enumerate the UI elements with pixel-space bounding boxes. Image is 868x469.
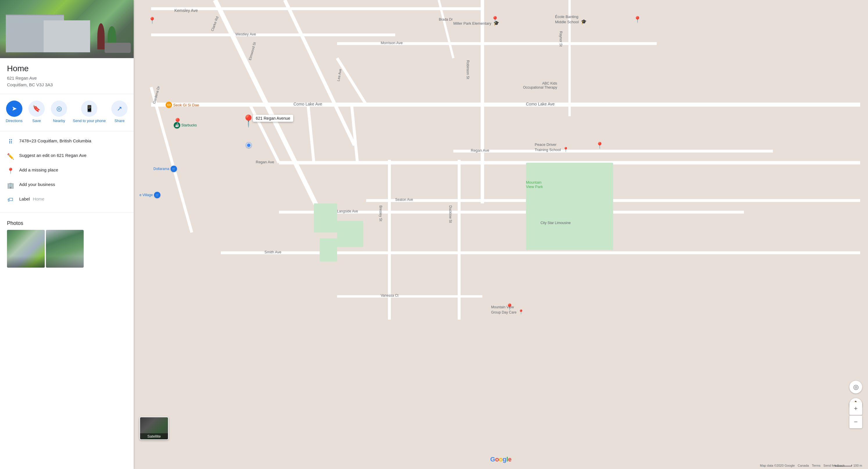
address-line1: 621 Regan Ave [7,75,127,82]
label-row[interactable]: 🏷 Label Home [0,192,134,207]
svg-rect-23 [526,163,613,250]
save-icon: 🔖 [33,105,40,113]
mountain-view-pin: 📍 [506,303,514,311]
share-icon-circle: ↗ [111,100,128,117]
zoom-in-button[interactable]: + [849,402,862,415]
place-info: Home 621 Regan Ave Coquitlam, BC V3J 3A3 [0,58,134,91]
photo-thumb-1[interactable] [7,230,45,268]
send-to-phone-icon-circle: 📱 [81,100,97,117]
satellite-label: Satellite [140,433,168,439]
scale-label: 100 m [853,464,862,467]
map-data-text: Map data ©2020 Google [760,464,795,467]
info-rows: ⠿ 7478+23 Coquitlam, British Columbia ✏️… [0,134,134,210]
add-missing-icon: 📍 [7,167,14,174]
share-icon: ↗ [117,105,122,113]
place-address: 621 Regan Ave Coquitlam, BC V3J 3A3 [7,75,127,88]
suggest-edit-icon: ✏️ [7,153,14,160]
label-text: Label Home [19,196,44,202]
share-label: Share [115,119,125,124]
map-pin-label: 621 Regan Avenue [253,115,293,122]
send-to-phone-button[interactable]: 📱 Send to your phone [73,100,106,124]
svg-rect-0 [134,0,868,469]
share-button[interactable]: ↗ Share [111,100,128,124]
save-button[interactable]: 🔖 Save [28,100,45,124]
left-panel: Home 621 Regan Ave Coquitlam, BC V3J 3A3… [0,0,134,469]
send-to-phone-label: Send to your phone [73,119,106,124]
ecole-banting-pin: 📍 [633,16,641,24]
other-pin-1: 📍 [148,17,156,24]
add-business-text: Add your business [19,181,55,187]
my-location-icon: ◎ [853,383,859,391]
nearby-icon: ◎ [56,105,62,113]
directions-icon: ➤ [11,105,17,113]
svg-rect-24 [314,204,337,232]
nearby-icon-circle: ◎ [51,100,67,117]
photos-title: Photos [7,220,127,226]
add-business-icon: 🏢 [7,182,14,189]
zoom-out-button[interactable]: − [849,415,862,428]
google-o2: o [499,456,503,463]
add-missing-place-row[interactable]: 📍 Add a missing place [0,163,134,178]
send-to-phone-icon: 📱 [86,105,93,113]
map-svg [134,0,868,469]
nearby-label: Nearby [53,119,65,124]
directions-label: Directions [6,119,23,124]
plus-code-text: 7478+23 Coquitlam, British Columbia [19,138,91,144]
restaurant-icon: 🍽 [166,102,172,108]
google-o1: o [495,456,499,463]
seok-label-text: Seok Gi Si Dae [173,103,199,107]
svg-rect-25 [320,238,337,261]
photo-thumb-2[interactable] [46,230,84,268]
scale-bar [835,465,852,466]
street-view-image[interactable] [0,0,134,58]
nearby-button[interactable]: ◎ Nearby [50,100,68,124]
satellite-button[interactable]: Satellite [140,417,168,440]
google-logo: Google [490,456,512,463]
directions-button[interactable]: ➤ Directions [5,100,23,124]
label-icon: 🏷 [7,196,14,203]
terms-link[interactable]: Terms [812,464,820,467]
seok-gi-si-dae-label: 🍽 Seok Gi Si Dae [166,102,199,108]
plus-code-icon: ⠿ [7,138,14,145]
peace-driver-pin: 📍 [596,142,603,149]
map-area[interactable]: Kemsley Ave Westley Ave Morrison Ave Com… [134,0,868,469]
miller-park-pin: 📍 [491,16,499,24]
action-buttons: ➤ Directions 🔖 Save ◎ Nearby 📱 Send to y… [0,97,134,128]
address-line2: Coquitlam, BC V3J 3A3 [7,82,127,88]
add-missing-text: Add a missing place [19,167,58,173]
photos-grid [7,230,127,268]
map-attribution: Map data ©2020 Google Canada Terms Send … [760,464,845,467]
my-location-button[interactable]: ◎ [849,381,862,394]
user-location-dot [246,143,251,148]
zoom-controls: + − [849,402,862,428]
google-g2: g [503,456,506,463]
google-g: G [490,456,495,463]
add-business-row[interactable]: 🏢 Add your business [0,178,134,192]
canada-link[interactable]: Canada [798,464,809,467]
photos-section: Photos [0,216,134,271]
label-tag: Home [33,196,44,201]
plus-code-row[interactable]: ⠿ 7478+23 Coquitlam, British Columbia [0,134,134,149]
svg-rect-26 [337,221,363,247]
google-e: e [508,456,512,463]
suggest-edit-row[interactable]: ✏️ Suggest an edit on 621 Regan Ave [0,149,134,163]
save-label: Save [32,119,41,124]
place-title: Home [7,64,127,73]
starbucks-pin: 📍 [173,118,182,127]
suggest-edit-text: Suggest an edit on 621 Regan Ave [19,152,87,158]
directions-icon-circle: ➤ [6,100,22,117]
save-icon-circle: 🔖 [29,100,45,117]
map-scale: 100 m [835,464,862,467]
